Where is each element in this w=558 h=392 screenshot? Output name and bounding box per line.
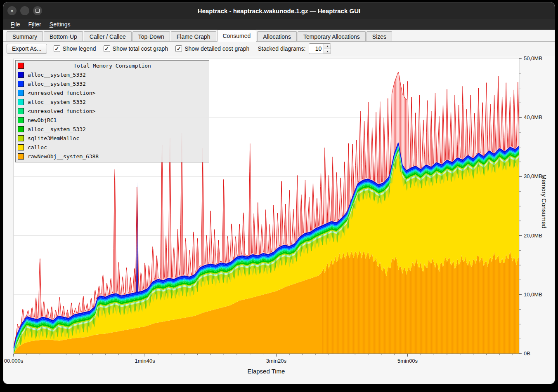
checkbox-show-total-cost-graph-box[interactable]: ✓ [104,45,110,52]
toolbar: Export As... ✓Show legend✓Show total cos… [3,42,555,56]
checkbox-label: Show legend [63,45,96,52]
legend-item: calloc [16,143,209,152]
legend-item-label: alloc__system_5332 [28,81,86,87]
window-title: Heaptrack - heaptrack.wakunode.1.gz — He… [3,7,555,14]
legend-swatch [18,144,24,150]
legend-item-label: <unresolved function> [28,108,95,114]
legend-swatch [18,153,24,160]
checkbox-show-detailed-cost-graph[interactable]: ✓Show detailed cost graph [175,45,249,52]
y-tick-label: 40,0MB [524,114,542,120]
x-axis-title: Elapsed Time [248,368,285,375]
tab-bar: SummaryBottom-UpCaller / CalleeTop-DownF… [3,30,555,42]
legend-swatch [18,81,24,87]
menu-filter[interactable]: Filter [24,20,45,29]
stacked-diagrams-spinbox[interactable]: 10 ▲ ▼ [309,43,331,54]
minimize-button[interactable]: − [20,6,29,15]
y-tick-label: 20,0MB [524,232,542,239]
tab-bottom-up[interactable]: Bottom-Up [44,31,83,41]
menubar: FileFilterSettings [3,19,555,30]
export-as-button[interactable]: Export As... [7,44,47,54]
legend-item: alloc__system_5332 [16,79,209,88]
tab-allocations[interactable]: Allocations [257,31,297,41]
maximize-button[interactable] [33,6,42,15]
tab-temporary-allocations[interactable]: Temporary Allocations [298,31,366,41]
desktop-background: × − Heaptrack - heaptrack.wakunode.1.gz … [0,0,558,392]
x-tick-label: 00.000s [4,358,23,364]
window-controls: × − [7,2,42,19]
legend-item: sqlite3MemMalloc [16,134,209,143]
legend-item: <unresolved function> [16,106,209,115]
heaptrack-window: × − Heaptrack - heaptrack.wakunode.1.gz … [3,2,555,384]
close-button[interactable]: × [7,6,17,15]
tab-summary[interactable]: Summary [7,31,43,41]
legend-swatch [18,99,24,105]
legend-item-label: alloc__system_5332 [28,99,86,105]
tab-flame-graph[interactable]: Flame Graph [171,31,216,41]
legend-title-row: Total Memory Consumption [16,61,209,70]
checkbox-show-legend-box[interactable]: ✓ [54,45,60,52]
tab-sizes[interactable]: Sizes [366,31,392,41]
menu-settings[interactable]: Settings [45,20,75,29]
legend-item: rawNewObj__system_6388 [16,152,209,161]
spinbox-value: 10 [309,44,324,54]
legend-item-label: <unresolved function> [28,90,95,96]
checkbox-group: ✓Show legend✓Show total cost graph✓Show … [54,45,250,52]
spinbox-up-button[interactable]: ▲ [324,44,331,49]
legend-item: alloc__system_5332 [16,97,209,106]
legend-item-label: alloc__system_5332 [28,126,86,132]
maximize-icon [35,9,40,13]
checkbox-label: Show detailed cost graph [184,45,249,52]
legend-item-label: rawNewObj__system_6388 [28,153,99,160]
legend-item: newObjRC1 [16,115,209,124]
x-tick-label: 3min20s [266,358,286,364]
tab-consumed[interactable]: Consumed [217,30,257,42]
y-tick-label: 10,0MB [524,291,542,298]
minimize-icon: − [23,8,26,14]
close-icon: × [10,8,14,14]
checkbox-label: Show total cost graph [113,45,168,52]
spinbox-buttons: ▲ ▼ [324,44,331,54]
legend-item-label: calloc [28,144,47,150]
chart-area: Total Memory Consumptionalloc__system_53… [3,56,555,384]
x-tick-label: 1min40s [135,358,155,364]
checkbox-show-total-cost-graph[interactable]: ✓Show total cost graph [104,45,168,52]
titlebar[interactable]: × − Heaptrack - heaptrack.wakunode.1.gz … [3,2,555,19]
legend-title: Total Memory Consumption [16,63,209,69]
legend-item: alloc__system_5332 [16,70,209,79]
legend-swatch [18,90,24,96]
legend-item-label: sqlite3MemMalloc [28,135,79,141]
stacked-diagrams-label: Stacked diagrams: [258,45,305,52]
legend-item-label: alloc__system_5332 [28,72,86,78]
y-axis-title: Memory Consumed [541,174,548,228]
legend-swatch [18,117,24,123]
x-tick-label: 5min00s [397,358,418,364]
legend-swatch [18,108,24,114]
legend-item: alloc__system_5332 [16,124,209,134]
y-tick-label: 30,0MB [524,173,542,179]
menu-file[interactable]: File [7,20,24,29]
spinbox-down-button[interactable]: ▼ [324,49,331,54]
legend-swatch [18,126,24,132]
legend-item: <unresolved function> [16,88,209,97]
legend-swatch [18,135,24,141]
checkbox-show-legend[interactable]: ✓Show legend [54,45,96,52]
tab-top-down[interactable]: Top-Down [132,31,170,41]
checkbox-show-detailed-cost-graph-box[interactable]: ✓ [175,45,182,52]
y-tick-label: 50,0MB [524,55,542,61]
legend-swatch [18,72,24,78]
tab-caller-callee[interactable]: Caller / Callee [84,31,132,41]
chart-legend: Total Memory Consumptionalloc__system_53… [15,60,209,162]
y-tick-label: 0B [524,350,530,357]
legend-item-label: newObjRC1 [28,117,57,123]
